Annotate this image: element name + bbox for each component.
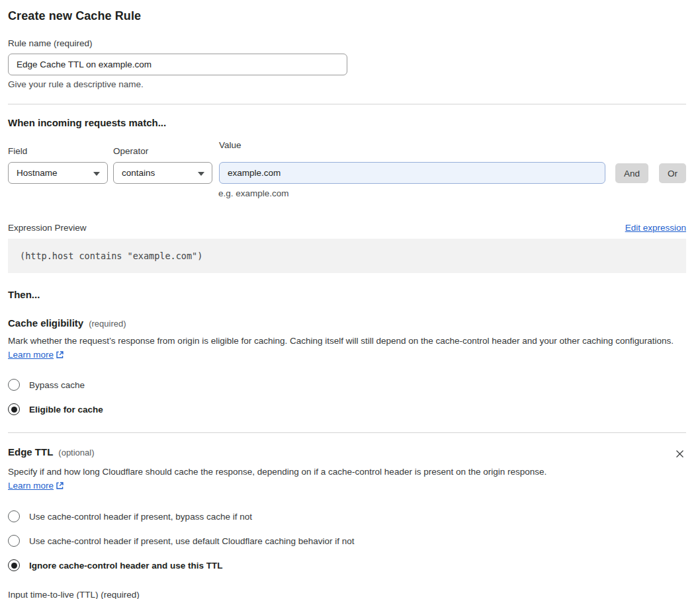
- value-input[interactable]: [219, 162, 605, 184]
- rule-name-label: Rule name (required): [8, 38, 686, 48]
- radio-icon: [8, 535, 20, 547]
- chevron-down-icon: [93, 172, 100, 176]
- field-label: Field: [8, 146, 108, 156]
- radio-ignore-header-ttl[interactable]: Ignore cache-control header and use this…: [8, 559, 686, 571]
- external-link-icon: [56, 349, 64, 363]
- operator-select-value: contains: [122, 168, 155, 178]
- or-button[interactable]: Or: [659, 163, 686, 183]
- radio-use-header-bypass[interactable]: Use cache-control header if present, byp…: [8, 510, 686, 522]
- radio-bypass-cache[interactable]: Bypass cache: [8, 379, 686, 391]
- ttl-input-label: Input time-to-live (TTL) (required): [8, 590, 686, 599]
- radio-bypass-cache-label: Bypass cache: [29, 380, 85, 390]
- edge-ttl-section: Edge TTL (optional) Specify if and how l…: [8, 446, 686, 599]
- divider: [8, 104, 686, 104]
- radio-icon: [8, 379, 20, 391]
- edge-ttl-description-text: Specify if and how long Cloudflare shoul…: [8, 467, 547, 477]
- radio-use-header-default-label: Use cache-control header if present, use…: [29, 536, 355, 546]
- cache-eligibility-description: Mark whether the request’s response from…: [8, 334, 686, 363]
- operator-label: Operator: [113, 146, 212, 156]
- edge-ttl-optional-flag: (optional): [58, 448, 94, 458]
- page-title: Create new Cache Rule: [8, 9, 686, 23]
- then-heading: Then...: [8, 289, 686, 300]
- edit-expression-link[interactable]: Edit expression: [625, 223, 686, 233]
- cache-eligibility-title: Cache eligibility: [8, 317, 83, 329]
- cache-eligibility-required-flag: (required): [89, 319, 126, 329]
- value-help: e.g. example.com: [218, 188, 686, 198]
- radio-icon: [8, 510, 20, 522]
- radio-selected-icon: [8, 403, 20, 415]
- match-row: Field Hostname Operator contains Value A…: [8, 140, 686, 184]
- external-link-icon: [56, 480, 64, 494]
- operator-select[interactable]: contains: [113, 162, 212, 184]
- radio-selected-icon: [8, 559, 20, 571]
- expression-code-block: (http.host contains "example.com"): [8, 239, 686, 273]
- close-icon[interactable]: [674, 448, 686, 462]
- radio-use-header-bypass-label: Use cache-control header if present, byp…: [29, 512, 252, 522]
- match-heading: When incoming requests match...: [8, 117, 686, 128]
- rule-name-help: Give your rule a descriptive name.: [8, 79, 686, 89]
- expression-code: (http.host contains "example.com"): [20, 251, 202, 261]
- cache-eligibility-description-text: Mark whether the request’s response from…: [8, 336, 674, 346]
- radio-use-header-default[interactable]: Use cache-control header if present, use…: [8, 535, 686, 547]
- radio-ignore-header-ttl-label: Ignore cache-control header and use this…: [29, 561, 223, 571]
- cache-eligibility-section: Cache eligibility (required) Mark whethe…: [8, 317, 686, 415]
- edge-ttl-learn-more-link[interactable]: Learn more: [8, 481, 54, 491]
- edge-ttl-title: Edge TTL: [8, 446, 53, 458]
- radio-eligible-for-cache[interactable]: Eligible for cache: [8, 403, 686, 415]
- create-cache-rule-page: Create new Cache Rule Rule name (require…: [0, 0, 700, 599]
- rule-name-input[interactable]: [8, 54, 347, 75]
- expression-preview-label: Expression Preview: [8, 223, 87, 233]
- field-select[interactable]: Hostname: [8, 162, 108, 184]
- cache-eligibility-learn-more-link[interactable]: Learn more: [8, 350, 54, 360]
- chevron-down-icon: [198, 172, 204, 176]
- value-label: Value: [219, 140, 605, 150]
- and-button[interactable]: And: [615, 163, 648, 183]
- divider: [8, 432, 686, 433]
- radio-eligible-for-cache-label: Eligible for cache: [29, 405, 103, 415]
- edge-ttl-description: Specify if and how long Cloudflare shoul…: [8, 465, 558, 494]
- field-select-value: Hostname: [17, 168, 58, 178]
